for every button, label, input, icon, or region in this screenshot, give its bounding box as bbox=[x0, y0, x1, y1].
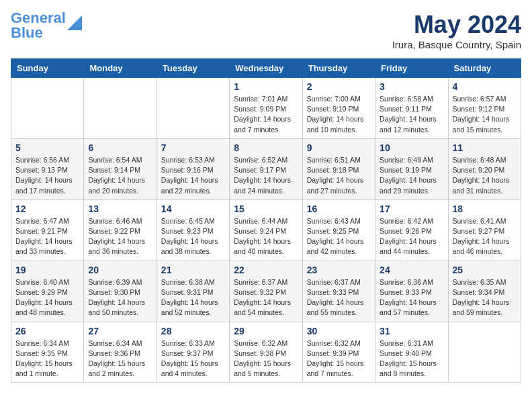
day-detail: Sunrise: 7:00 AMSunset: 9:10 PMDaylight:… bbox=[307, 94, 371, 135]
calendar-cell: 25Sunrise: 6:35 AMSunset: 9:34 PMDayligh… bbox=[448, 261, 521, 322]
calendar-cell: 15Sunrise: 6:44 AMSunset: 9:24 PMDayligh… bbox=[230, 199, 302, 261]
logo-icon bbox=[67, 15, 82, 30]
calendar-cell: 10Sunrise: 6:49 AMSunset: 9:19 PMDayligh… bbox=[375, 138, 448, 199]
weekday-header: Wednesday bbox=[230, 59, 302, 78]
calendar-cell: 7Sunrise: 6:53 AMSunset: 9:16 PMDaylight… bbox=[157, 138, 229, 199]
calendar-cell: 2Sunrise: 7:00 AMSunset: 9:10 PMDaylight… bbox=[302, 78, 375, 139]
calendar-cell: 23Sunrise: 6:37 AMSunset: 9:33 PMDayligh… bbox=[302, 261, 375, 322]
calendar-cell bbox=[84, 78, 157, 139]
calendar-cell: 28Sunrise: 6:33 AMSunset: 9:37 PMDayligh… bbox=[157, 322, 229, 383]
calendar-cell: 13Sunrise: 6:46 AMSunset: 9:22 PMDayligh… bbox=[84, 199, 157, 261]
day-detail: Sunrise: 6:45 AMSunset: 9:23 PMDaylight:… bbox=[161, 216, 225, 257]
day-number: 7 bbox=[161, 142, 225, 153]
day-detail: Sunrise: 6:47 AMSunset: 9:21 PMDaylight:… bbox=[15, 216, 79, 257]
calendar-cell: 11Sunrise: 6:48 AMSunset: 9:20 PMDayligh… bbox=[448, 138, 521, 199]
calendar-cell: 21Sunrise: 6:38 AMSunset: 9:31 PMDayligh… bbox=[157, 261, 229, 322]
day-number: 3 bbox=[380, 81, 443, 92]
day-detail: Sunrise: 6:39 AMSunset: 9:30 PMDaylight:… bbox=[88, 277, 152, 318]
calendar-cell: 5Sunrise: 6:56 AMSunset: 9:13 PMDaylight… bbox=[11, 138, 84, 199]
calendar-cell: 27Sunrise: 6:34 AMSunset: 9:36 PMDayligh… bbox=[84, 322, 157, 383]
calendar-cell: 26Sunrise: 6:34 AMSunset: 9:35 PMDayligh… bbox=[11, 322, 84, 383]
day-detail: Sunrise: 7:01 AMSunset: 9:09 PMDaylight:… bbox=[234, 94, 298, 135]
day-detail: Sunrise: 6:38 AMSunset: 9:31 PMDaylight:… bbox=[161, 277, 225, 318]
day-detail: Sunrise: 6:58 AMSunset: 9:11 PMDaylight:… bbox=[380, 94, 443, 135]
day-detail: Sunrise: 6:52 AMSunset: 9:17 PMDaylight:… bbox=[234, 155, 298, 196]
day-number: 10 bbox=[380, 142, 443, 153]
day-number: 23 bbox=[307, 265, 371, 275]
day-detail: Sunrise: 6:36 AMSunset: 9:33 PMDaylight:… bbox=[380, 277, 443, 318]
weekday-header: Monday bbox=[84, 59, 157, 78]
calendar-cell: 12Sunrise: 6:47 AMSunset: 9:21 PMDayligh… bbox=[11, 199, 84, 261]
day-number: 20 bbox=[88, 265, 152, 275]
calendar-cell: 31Sunrise: 6:31 AMSunset: 9:40 PMDayligh… bbox=[375, 322, 448, 383]
calendar-cell: 18Sunrise: 6:41 AMSunset: 9:27 PMDayligh… bbox=[448, 199, 521, 261]
calendar-cell: 1Sunrise: 7:01 AMSunset: 9:09 PMDaylight… bbox=[230, 78, 302, 139]
day-number: 19 bbox=[15, 265, 79, 275]
weekday-header: Thursday bbox=[302, 59, 375, 78]
day-detail: Sunrise: 6:32 AMSunset: 9:39 PMDaylight:… bbox=[307, 338, 371, 379]
day-number: 15 bbox=[234, 203, 298, 214]
calendar-week-row: 1Sunrise: 7:01 AMSunset: 9:09 PMDaylight… bbox=[11, 78, 521, 139]
day-number: 29 bbox=[234, 326, 298, 336]
day-number: 28 bbox=[161, 326, 225, 336]
calendar-cell bbox=[11, 78, 84, 139]
day-detail: Sunrise: 6:46 AMSunset: 9:22 PMDaylight:… bbox=[88, 216, 152, 257]
calendar-cell: 6Sunrise: 6:54 AMSunset: 9:14 PMDaylight… bbox=[84, 138, 157, 199]
day-number: 8 bbox=[234, 142, 298, 153]
calendar-cell: 8Sunrise: 6:52 AMSunset: 9:17 PMDaylight… bbox=[230, 138, 302, 199]
month-title: May 2024 bbox=[392, 11, 521, 39]
day-number: 16 bbox=[307, 203, 371, 214]
day-detail: Sunrise: 6:37 AMSunset: 9:32 PMDaylight:… bbox=[234, 277, 298, 318]
day-number: 30 bbox=[307, 326, 371, 336]
day-detail: Sunrise: 6:53 AMSunset: 9:16 PMDaylight:… bbox=[161, 155, 225, 196]
day-detail: Sunrise: 6:49 AMSunset: 9:19 PMDaylight:… bbox=[380, 155, 443, 196]
calendar-cell: 16Sunrise: 6:43 AMSunset: 9:25 PMDayligh… bbox=[302, 199, 375, 261]
day-number: 18 bbox=[453, 203, 517, 214]
day-detail: Sunrise: 6:44 AMSunset: 9:24 PMDaylight:… bbox=[234, 216, 298, 257]
calendar-cell: 22Sunrise: 6:37 AMSunset: 9:32 PMDayligh… bbox=[230, 261, 302, 322]
day-detail: Sunrise: 6:31 AMSunset: 9:40 PMDaylight:… bbox=[380, 338, 443, 379]
day-number: 9 bbox=[307, 142, 371, 153]
calendar-cell: 3Sunrise: 6:58 AMSunset: 9:11 PMDaylight… bbox=[375, 78, 448, 139]
day-number: 2 bbox=[307, 81, 371, 92]
calendar-week-row: 19Sunrise: 6:40 AMSunset: 9:29 PMDayligh… bbox=[11, 261, 521, 322]
day-number: 4 bbox=[453, 81, 517, 92]
day-number: 31 bbox=[380, 326, 443, 336]
day-number: 27 bbox=[88, 326, 152, 336]
calendar-week-row: 26Sunrise: 6:34 AMSunset: 9:35 PMDayligh… bbox=[11, 322, 521, 383]
day-detail: Sunrise: 6:33 AMSunset: 9:37 PMDaylight:… bbox=[161, 338, 225, 379]
calendar-cell bbox=[157, 78, 229, 139]
calendar-table: SundayMondayTuesdayWednesdayThursdayFrid… bbox=[11, 58, 521, 383]
day-number: 26 bbox=[15, 326, 79, 336]
location: Irura, Basque Country, Spain bbox=[392, 39, 521, 50]
weekday-header: Sunday bbox=[11, 59, 84, 78]
day-detail: Sunrise: 6:43 AMSunset: 9:25 PMDaylight:… bbox=[307, 216, 371, 257]
weekday-header: Friday bbox=[375, 59, 448, 78]
calendar-cell: 14Sunrise: 6:45 AMSunset: 9:23 PMDayligh… bbox=[157, 199, 229, 261]
day-detail: Sunrise: 6:37 AMSunset: 9:33 PMDaylight:… bbox=[307, 277, 371, 318]
day-detail: Sunrise: 6:34 AMSunset: 9:35 PMDaylight:… bbox=[15, 338, 79, 379]
day-detail: Sunrise: 6:48 AMSunset: 9:20 PMDaylight:… bbox=[453, 155, 517, 196]
weekday-header: Saturday bbox=[448, 59, 521, 78]
calendar-week-row: 5Sunrise: 6:56 AMSunset: 9:13 PMDaylight… bbox=[11, 138, 521, 199]
day-detail: Sunrise: 6:57 AMSunset: 9:12 PMDaylight:… bbox=[453, 94, 517, 135]
day-number: 13 bbox=[88, 203, 152, 214]
day-number: 11 bbox=[453, 142, 517, 153]
calendar-cell bbox=[448, 322, 521, 383]
calendar-cell: 24Sunrise: 6:36 AMSunset: 9:33 PMDayligh… bbox=[375, 261, 448, 322]
calendar-cell: 17Sunrise: 6:42 AMSunset: 9:26 PMDayligh… bbox=[375, 199, 448, 261]
logo-text: GeneralBlue bbox=[11, 11, 66, 40]
page-header: GeneralBlue May 2024 Irura, Basque Count… bbox=[11, 11, 521, 50]
day-detail: Sunrise: 6:34 AMSunset: 9:36 PMDaylight:… bbox=[88, 338, 152, 379]
weekday-header: Tuesday bbox=[157, 59, 229, 78]
day-number: 12 bbox=[15, 203, 79, 214]
logo: GeneralBlue bbox=[11, 11, 82, 40]
day-detail: Sunrise: 6:42 AMSunset: 9:26 PMDaylight:… bbox=[380, 216, 443, 257]
calendar-cell: 4Sunrise: 6:57 AMSunset: 9:12 PMDaylight… bbox=[448, 78, 521, 139]
svg-marker-0 bbox=[67, 15, 82, 30]
title-section: May 2024 Irura, Basque Country, Spain bbox=[392, 11, 521, 50]
day-number: 17 bbox=[380, 203, 443, 214]
day-number: 24 bbox=[380, 265, 443, 275]
day-number: 5 bbox=[15, 142, 79, 153]
calendar-cell: 19Sunrise: 6:40 AMSunset: 9:29 PMDayligh… bbox=[11, 261, 84, 322]
